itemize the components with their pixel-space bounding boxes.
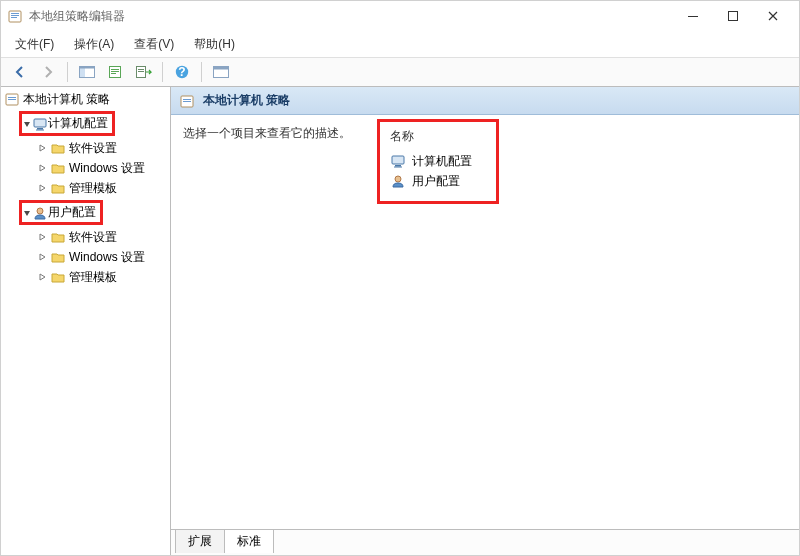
- folder-icon: [50, 229, 66, 245]
- svg-rect-12: [111, 73, 116, 74]
- expand-icon[interactable]: [35, 181, 49, 195]
- tree-root-label: 本地计算机 策略: [23, 91, 110, 108]
- filter-button[interactable]: [208, 60, 234, 84]
- tree-admin-templates-2[interactable]: 管理模板: [1, 267, 170, 287]
- policy-icon: [179, 93, 195, 109]
- close-button[interactable]: [753, 2, 793, 30]
- svg-rect-14: [138, 69, 144, 70]
- tree-windows-settings-2[interactable]: Windows 设置: [1, 247, 170, 267]
- maximize-button[interactable]: [713, 2, 753, 30]
- detail-pane: 本地计算机 策略 选择一个项目来查看它的描述。 名称 计算机配置: [171, 87, 799, 555]
- tree-root[interactable]: 本地计算机 策略: [1, 89, 170, 109]
- svg-rect-19: [214, 67, 229, 70]
- tree-computer-label[interactable]: 计算机配置: [48, 115, 108, 132]
- svg-rect-11: [111, 71, 119, 72]
- folder-icon: [50, 180, 66, 196]
- menu-view[interactable]: 查看(V): [124, 33, 184, 56]
- minimize-button[interactable]: [673, 2, 713, 30]
- list-column: 名称 计算机配置 用户配置: [383, 125, 493, 519]
- tree-admin-templates-1[interactable]: 管理模板: [1, 178, 170, 198]
- toolbar-sep: [67, 62, 68, 82]
- svg-rect-5: [729, 12, 738, 21]
- tree-label: Windows 设置: [69, 249, 145, 266]
- svg-rect-2: [11, 15, 19, 16]
- detail-tabs: 扩展 标准: [171, 529, 799, 555]
- tree-label: 管理模板: [69, 269, 117, 286]
- tab-extended[interactable]: 扩展: [175, 529, 225, 553]
- menu-file[interactable]: 文件(F): [5, 33, 64, 56]
- app-window: 本地组策略编辑器 文件(F) 操作(A) 查看(V) 帮助(H) ? 本地计算机…: [0, 0, 800, 556]
- svg-rect-32: [394, 167, 402, 168]
- svg-rect-31: [395, 165, 401, 167]
- list-item-computer[interactable]: 计算机配置: [386, 151, 476, 171]
- svg-rect-21: [8, 97, 16, 98]
- collapse-icon[interactable]: [22, 208, 32, 218]
- tree-windows-settings-1[interactable]: Windows 设置: [1, 158, 170, 178]
- folder-icon: [50, 140, 66, 156]
- computer-icon: [390, 153, 406, 169]
- computer-icon: [32, 116, 48, 132]
- tab-standard[interactable]: 标准: [224, 529, 274, 553]
- expand-icon[interactable]: [35, 250, 49, 264]
- list-item-label: 计算机配置: [412, 153, 472, 170]
- tree-label: 软件设置: [69, 140, 117, 157]
- folder-icon: [50, 160, 66, 176]
- svg-rect-30: [392, 156, 404, 164]
- user-icon: [32, 205, 48, 221]
- content-area: 本地计算机 策略 计算机配置 软件设置 Windows 设置: [1, 87, 799, 555]
- tree-label: Windows 设置: [69, 160, 145, 177]
- tree-software-settings-1[interactable]: 软件设置: [1, 138, 170, 158]
- folder-icon: [50, 269, 66, 285]
- tree-software-settings-2[interactable]: 软件设置: [1, 227, 170, 247]
- tree-pane[interactable]: 本地计算机 策略 计算机配置 软件设置 Windows 设置: [1, 87, 171, 555]
- svg-rect-8: [80, 67, 95, 69]
- svg-point-33: [395, 176, 401, 182]
- folder-icon: [50, 249, 66, 265]
- window-title: 本地组策略编辑器: [29, 8, 673, 25]
- list-item-user[interactable]: 用户配置: [386, 171, 476, 191]
- help-button[interactable]: ?: [169, 60, 195, 84]
- policy-icon: [4, 91, 20, 107]
- svg-rect-15: [138, 71, 144, 72]
- app-icon: [7, 8, 23, 24]
- svg-rect-22: [8, 99, 16, 100]
- tree-label: 软件设置: [69, 229, 117, 246]
- annotation-highlight: 名称 计算机配置 用户配置: [377, 119, 499, 204]
- expand-icon[interactable]: [35, 161, 49, 175]
- svg-rect-3: [11, 17, 17, 18]
- tree-label: 管理模板: [69, 180, 117, 197]
- titlebar: 本地组策略编辑器: [1, 1, 799, 31]
- toolbar-sep-2: [162, 62, 163, 82]
- toolbar: ?: [1, 57, 799, 87]
- expand-icon[interactable]: [35, 141, 49, 155]
- svg-rect-1: [11, 13, 19, 14]
- show-hide-tree-button[interactable]: [74, 60, 100, 84]
- properties-button[interactable]: [102, 60, 128, 84]
- annotation-highlight: 计算机配置: [1, 109, 170, 138]
- detail-heading: 本地计算机 策略: [203, 92, 290, 109]
- forward-button[interactable]: [35, 60, 61, 84]
- svg-rect-4: [688, 16, 698, 17]
- collapse-icon[interactable]: [22, 119, 32, 129]
- svg-rect-0: [9, 11, 21, 22]
- back-button[interactable]: [7, 60, 33, 84]
- description-column: 选择一个项目来查看它的描述。: [183, 125, 383, 519]
- column-header-name[interactable]: 名称: [386, 126, 476, 147]
- svg-rect-24: [37, 128, 43, 130]
- menu-help[interactable]: 帮助(H): [184, 33, 245, 56]
- detail-body: 选择一个项目来查看它的描述。 名称 计算机配置 用户配置: [171, 115, 799, 529]
- detail-header: 本地计算机 策略: [171, 87, 799, 115]
- user-icon: [390, 173, 406, 189]
- svg-point-26: [37, 208, 43, 214]
- svg-rect-25: [36, 129, 44, 130]
- annotation-highlight: 用户配置: [1, 198, 170, 227]
- expand-icon[interactable]: [35, 270, 49, 284]
- expand-icon[interactable]: [35, 230, 49, 244]
- menu-action[interactable]: 操作(A): [64, 33, 124, 56]
- export-list-button[interactable]: [130, 60, 156, 84]
- menubar: 文件(F) 操作(A) 查看(V) 帮助(H): [1, 31, 799, 57]
- tree-user-label[interactable]: 用户配置: [48, 204, 96, 221]
- svg-rect-28: [183, 99, 191, 100]
- toolbar-sep-3: [201, 62, 202, 82]
- svg-text:?: ?: [178, 65, 185, 79]
